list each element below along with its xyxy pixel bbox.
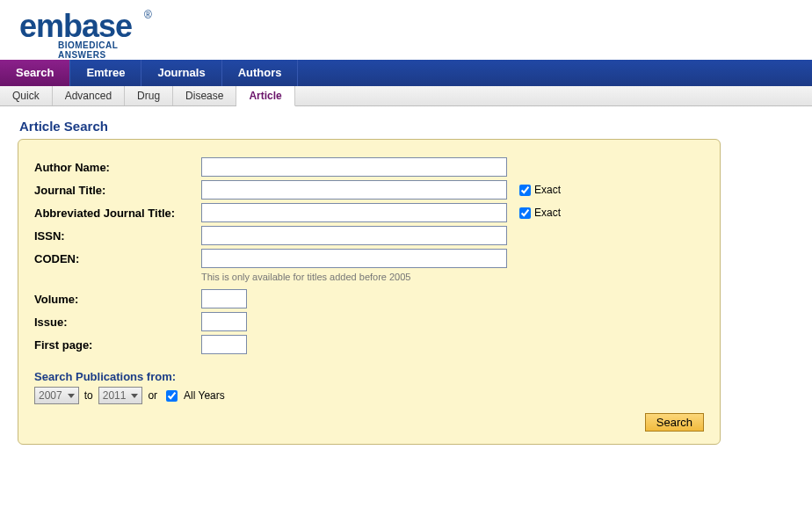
label-volume: Volume: [34,293,201,306]
subnav-drug[interactable]: Drug [125,86,173,105]
label-firstpage: First page: [34,338,201,352]
all-years-wrap[interactable]: All Years [163,388,225,404]
year-from-select[interactable]: 2007 [34,387,79,404]
label-abbrev: Abbreviated Journal Title: [34,207,201,220]
abbrev-exact-wrap[interactable]: Exact [516,205,561,221]
chevron-down-icon [68,394,75,398]
all-years-checkbox[interactable] [166,390,178,402]
publications-from-title: Search Publications from: [34,370,704,383]
to-label: to [84,389,93,402]
search-button[interactable]: Search [645,413,704,432]
row-journal: Journal Title: Exact [34,180,704,200]
row-issue: Issue: [34,312,704,331]
page-title: Article Search [19,119,794,134]
row-abbrev: Abbreviated Journal Title: Exact [34,203,704,222]
brand-tagline: BIOMEDICAL ANSWERS [58,40,160,60]
journal-exact-label: Exact [534,184,561,196]
nav-tab-authors[interactable]: Authors [222,60,299,86]
subnav-quick[interactable]: Quick [0,86,53,105]
logo-area: embase ® BIOMEDICAL ANSWERS [0,0,812,60]
subnav-label: Drug [137,90,160,102]
page-body: Article Search Author Name: Journal Titl… [0,106,812,462]
issue-input[interactable] [201,312,247,331]
subnav-label: Quick [12,90,40,102]
subnav-advanced[interactable]: Advanced [53,86,125,105]
label-issn: ISSN: [34,229,201,243]
subnav-label: Article [249,90,281,102]
label-journal: Journal Title: [34,184,201,197]
nav-tab-emtree[interactable]: Emtree [70,60,141,86]
firstpage-input[interactable] [201,335,247,354]
row-volume: Volume: [34,289,704,308]
row-coden: CODEN: [34,249,704,268]
nav-tab-journals[interactable]: Journals [141,60,221,86]
registered-mark: ® [144,9,152,21]
subnav-disease[interactable]: Disease [173,86,236,105]
row-issn: ISSN: [34,226,704,245]
issn-input[interactable] [201,226,507,245]
or-label: or [148,389,157,402]
label-author: Author Name: [34,161,201,174]
abbrev-exact-checkbox[interactable] [519,207,531,219]
label-issue: Issue: [34,316,201,329]
nav-tab-label: Journals [157,66,205,79]
year-range-row: 2007 to 2011 or All Years [34,387,704,404]
subnav-label: Disease [185,90,223,102]
nav-tab-label: Emtree [86,66,125,79]
nav-tab-label: Authors [238,66,282,79]
year-to-value: 2011 [103,389,127,402]
row-author: Author Name: [34,157,704,177]
subnav-article[interactable]: Article [236,86,294,106]
journal-exact-checkbox[interactable] [519,185,531,196]
journal-exact-wrap[interactable]: Exact [516,182,561,199]
volume-input[interactable] [201,289,247,308]
abbrev-exact-label: Exact [534,207,561,219]
article-search-form: Author Name: Journal Title: Exact Abbrev… [18,139,721,445]
brand-logo: embase ® BIOMEDICAL ANSWERS [19,11,160,53]
brand-name: embase [19,8,132,44]
nav-tab-search[interactable]: Search [0,60,70,86]
all-years-label: All Years [184,389,225,402]
author-input[interactable] [201,157,507,177]
year-from-value: 2007 [39,389,62,402]
main-nav: Search Emtree Journals Authors [0,60,812,86]
nav-tab-label: Search [16,66,54,79]
abbrev-title-input[interactable] [201,203,507,222]
coden-input[interactable] [201,249,507,268]
coden-hint: This is only available for titles added … [201,272,704,282]
chevron-down-icon [131,394,138,398]
row-firstpage: First page: [34,335,704,354]
sub-nav: Quick Advanced Drug Disease Article [0,86,812,106]
year-to-select[interactable]: 2011 [98,387,143,404]
search-button-label: Search [656,416,692,429]
subnav-label: Advanced [65,90,112,102]
journal-title-input[interactable] [201,180,507,200]
label-coden: CODEN: [34,252,201,265]
button-row: Search [34,413,704,432]
